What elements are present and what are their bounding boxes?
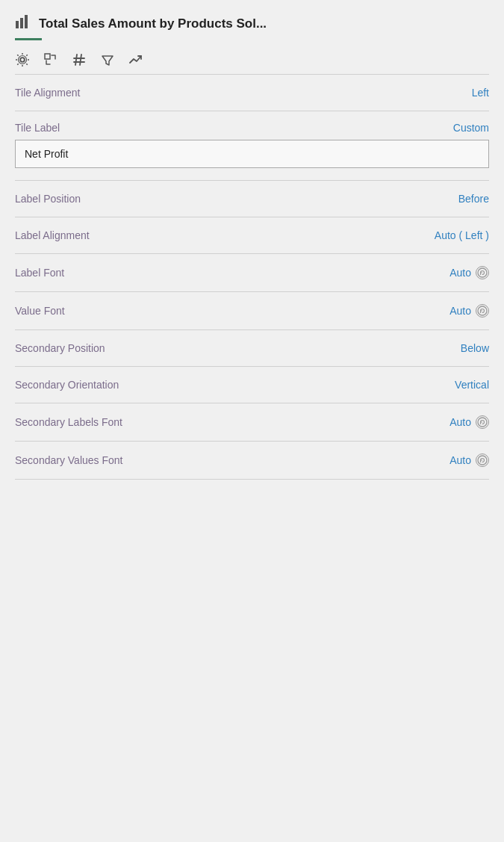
settings-panel: Total Sales Amount by Products Sol... bbox=[0, 0, 504, 842]
header-underline bbox=[15, 38, 42, 40]
secondary-values-font-reset-icon[interactable] bbox=[476, 453, 489, 467]
toolbar bbox=[0, 48, 504, 74]
label-font-reset-icon[interactable] bbox=[476, 266, 489, 279]
label-position-value[interactable]: Before bbox=[458, 193, 489, 205]
svg-rect-6 bbox=[45, 54, 50, 59]
tile-label-input-container bbox=[0, 137, 504, 180]
label-font-label: Label Font bbox=[15, 267, 64, 279]
svg-rect-1 bbox=[20, 18, 23, 28]
value-font-value-container: Auto bbox=[449, 304, 489, 318]
bar-chart-icon bbox=[15, 13, 31, 34]
secondary-position-row: Secondary Position Below bbox=[0, 330, 504, 366]
label-position-row: Label Position Before bbox=[0, 181, 504, 217]
svg-point-4 bbox=[19, 56, 27, 64]
value-font-value[interactable]: Auto bbox=[449, 305, 471, 317]
svg-rect-2 bbox=[25, 15, 28, 28]
label-font-value-container: Auto bbox=[449, 266, 489, 279]
tile-alignment-label: Tile Alignment bbox=[15, 87, 80, 99]
panel-header: Total Sales Amount by Products Sol... bbox=[0, 0, 504, 38]
value-font-label: Value Font bbox=[15, 305, 65, 317]
tile-label-value[interactable]: Custom bbox=[453, 122, 489, 134]
svg-line-8 bbox=[80, 55, 81, 65]
pivot-icon[interactable] bbox=[43, 52, 58, 71]
label-font-value[interactable]: Auto bbox=[449, 267, 471, 279]
label-alignment-value[interactable]: Auto ( Left ) bbox=[435, 229, 489, 241]
secondary-labels-font-value[interactable]: Auto bbox=[449, 416, 471, 428]
secondary-position-value[interactable]: Below bbox=[461, 342, 489, 354]
secondary-orientation-value[interactable]: Vertical bbox=[455, 379, 489, 391]
svg-point-5 bbox=[21, 58, 25, 62]
secondary-position-label: Secondary Position bbox=[15, 342, 105, 354]
secondary-values-font-label: Secondary Values Font bbox=[15, 454, 123, 466]
secondary-orientation-label: Secondary Orientation bbox=[15, 379, 119, 391]
label-position-label: Label Position bbox=[15, 193, 81, 205]
secondary-labels-font-row: Secondary Labels Font Auto bbox=[0, 403, 504, 441]
secondary-orientation-row: Secondary Orientation Vertical bbox=[0, 367, 504, 403]
tile-alignment-value[interactable]: Left bbox=[472, 87, 489, 99]
label-font-row: Label Font Auto bbox=[0, 254, 504, 291]
secondary-labels-font-label: Secondary Labels Font bbox=[15, 416, 122, 428]
secondary-labels-font-reset-icon[interactable] bbox=[476, 415, 489, 429]
filter-icon[interactable] bbox=[100, 52, 115, 71]
label-alignment-row: Label Alignment Auto ( Left ) bbox=[0, 217, 504, 253]
hash-icon[interactable] bbox=[72, 52, 87, 71]
tile-label-row: Tile Label Custom bbox=[0, 111, 504, 137]
secondary-labels-font-value-container: Auto bbox=[449, 415, 489, 429]
value-font-reset-icon[interactable] bbox=[476, 304, 489, 318]
svg-rect-0 bbox=[16, 21, 19, 28]
panel-title: Total Sales Amount by Products Sol... bbox=[39, 16, 267, 31]
trend-icon[interactable] bbox=[128, 52, 143, 71]
svg-line-7 bbox=[75, 55, 77, 65]
secondary-values-font-value[interactable]: Auto bbox=[449, 454, 471, 466]
value-font-row: Value Font Auto bbox=[0, 292, 504, 329]
secondary-values-font-value-container: Auto bbox=[449, 453, 489, 467]
tile-label-label: Tile Label bbox=[15, 122, 60, 134]
secondary-values-font-row: Secondary Values Font Auto bbox=[0, 442, 504, 479]
gear-icon[interactable] bbox=[15, 52, 30, 71]
tile-label-input[interactable] bbox=[15, 140, 489, 168]
divider-11 bbox=[15, 479, 489, 480]
label-alignment-label: Label Alignment bbox=[15, 229, 90, 241]
tile-alignment-row: Tile Alignment Left bbox=[0, 75, 504, 111]
